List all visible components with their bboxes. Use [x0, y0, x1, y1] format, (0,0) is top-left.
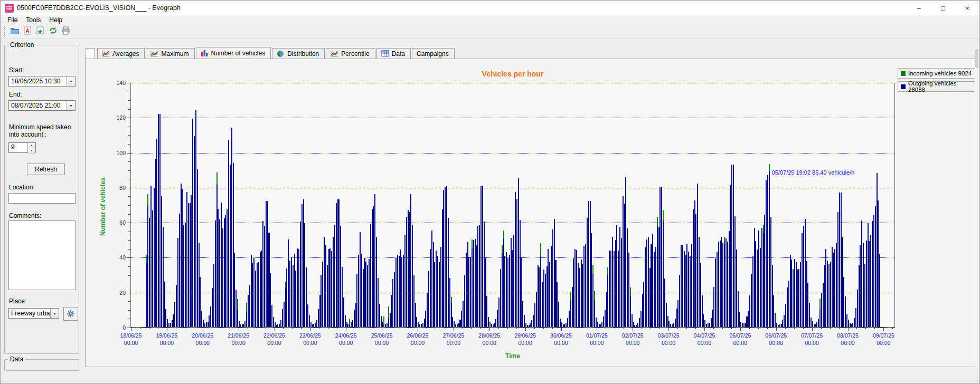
outgoing-bar: [706, 324, 707, 327]
menubar: File Tools Help: [1, 15, 979, 25]
chevron-down-icon[interactable]: ▼: [67, 101, 75, 110]
x-tick-time: 00:00: [330, 339, 362, 347]
min-speed-spinner[interactable]: 9 ▲ ▼: [8, 142, 36, 153]
tab-maximum[interactable]: Maximum: [146, 48, 194, 59]
menu-help[interactable]: Help: [45, 16, 66, 24]
x-tick-date: 24/06/25: [330, 332, 362, 339]
outgoing-bar: [197, 169, 198, 327]
plot-area[interactable]: 02040608010012014018/06/2500:0019/06/250…: [130, 83, 895, 328]
tab-label: Campaigns: [417, 50, 449, 57]
y-axis-minor-tick: [128, 275, 130, 276]
outgoing-bar: [200, 277, 201, 327]
place-combobox[interactable]: Freeway urban ▼: [8, 308, 59, 319]
x-tick-time: 00:00: [115, 339, 147, 347]
save-button[interactable]: [34, 26, 46, 37]
print-button[interactable]: [59, 26, 72, 37]
outgoing-bar: [309, 315, 310, 327]
spin-down-icon[interactable]: ▼: [28, 148, 35, 153]
start-datetime-value: 18/06/2025 10:30: [9, 78, 67, 85]
outgoing-bar: [262, 221, 263, 327]
outgoing-bar: [818, 319, 819, 327]
legend-outgoing[interactable]: Outgoing vehicles 28088: [898, 81, 976, 92]
outgoing-bar: [758, 231, 759, 327]
tab-averages[interactable]: Averages: [97, 48, 145, 59]
end-datetime-combobox[interactable]: 08/07/2025 21:00 ▼: [8, 100, 76, 111]
outgoing-bar: [582, 264, 583, 328]
tab-label: Number of vehicles: [211, 50, 266, 57]
outgoing-bar: [400, 249, 401, 327]
outgoing-bar: [623, 196, 624, 327]
x-axis-minor-tick: [149, 327, 149, 329]
outgoing-bar: [354, 310, 355, 327]
outgoing-bar: [837, 212, 838, 327]
menu-file[interactable]: File: [4, 16, 21, 24]
outgoing-bar: [388, 318, 389, 327]
close-button[interactable]: ×: [955, 1, 979, 15]
outgoing-bar: [258, 262, 259, 327]
legend-incoming[interactable]: Incoming vehicles 9024: [898, 68, 976, 79]
outgoing-bar: [663, 220, 664, 327]
outgoing-bar: [873, 215, 874, 327]
outgoing-bar: [561, 322, 562, 327]
refresh-button[interactable]: [46, 26, 59, 37]
vertical-scrollbar[interactable]: [975, 47, 979, 367]
outgoing-bar: [182, 189, 183, 327]
maximize-button[interactable]: □: [931, 1, 955, 15]
outgoing-bar: [621, 238, 622, 327]
menu-tools[interactable]: Tools: [22, 16, 44, 24]
scrollbar-thumb[interactable]: [975, 49, 978, 68]
outgoing-bar: [422, 323, 423, 327]
y-axis-tick: [127, 153, 130, 153]
location-input[interactable]: [8, 193, 76, 204]
tab-distribution[interactable]: Distribution: [272, 48, 325, 59]
tab-percentile[interactable]: Percentile: [326, 48, 375, 59]
spin-up-icon[interactable]: ▲: [28, 143, 35, 148]
x-tick-label: 24/06/2500:00: [330, 332, 362, 347]
outgoing-bar: [738, 291, 739, 327]
refresh-button[interactable]: Refresh: [27, 164, 65, 175]
outgoing-bar: [730, 185, 731, 327]
x-axis-minor-tick: [516, 327, 517, 329]
outgoing-bar: [850, 323, 851, 327]
outgoing-bar: [284, 302, 285, 327]
outgoing-bar: [688, 252, 689, 327]
outgoing-bar: [409, 212, 410, 327]
outgoing-bar: [324, 237, 325, 327]
toolbar-grip[interactable]: [4, 26, 6, 37]
outgoing-bar: [252, 263, 253, 327]
x-axis-tick: [525, 327, 526, 331]
tab-number-of-vehicles[interactable]: Number of vehicles: [196, 47, 271, 59]
chart-pane: Vehicles per hour Number of vehicles 020…: [85, 59, 976, 367]
chevron-down-icon[interactable]: ▼: [67, 76, 75, 86]
outgoing-bar: [614, 251, 615, 327]
outgoing-bar: [387, 323, 388, 327]
y-axis-minor-tick: [128, 249, 130, 249]
chevron-down-icon[interactable]: ▼: [50, 309, 59, 318]
tab-data[interactable]: Data: [376, 48, 411, 59]
outgoing-bar: [227, 209, 228, 327]
tab-label: Data: [392, 50, 405, 57]
outgoing-bar: [697, 184, 698, 327]
outgoing-bar: [566, 323, 567, 327]
x-tick-label: 19/06/2500:00: [151, 332, 183, 347]
outgoing-bar: [502, 253, 503, 327]
comments-textarea[interactable]: [8, 220, 76, 290]
outgoing-bar: [351, 322, 352, 327]
end-datetime-value: 08/07/2025 21:00: [9, 102, 67, 109]
outgoing-bar: [619, 227, 620, 327]
x-axis-minor-tick: [337, 327, 337, 329]
x-axis-tick: [561, 327, 562, 331]
y-axis-tick: [127, 118, 130, 118]
place-settings-button[interactable]: [63, 307, 78, 321]
minimize-button[interactable]: –: [907, 1, 931, 15]
outgoing-bar: [557, 282, 558, 327]
outgoing-bar: [645, 247, 646, 327]
outgoing-bar: [609, 251, 610, 327]
outgoing-bar: [208, 322, 209, 327]
open-file-button[interactable]: [8, 26, 21, 37]
tab-campaigns[interactable]: Campaigns: [412, 48, 455, 59]
outgoing-bar: [522, 301, 523, 327]
start-datetime-combobox[interactable]: 18/06/2025 10:30 ▼: [8, 76, 76, 87]
export-pdf-button[interactable]: A: [21, 26, 34, 37]
x-tick-date: 05/07/25: [724, 332, 756, 339]
